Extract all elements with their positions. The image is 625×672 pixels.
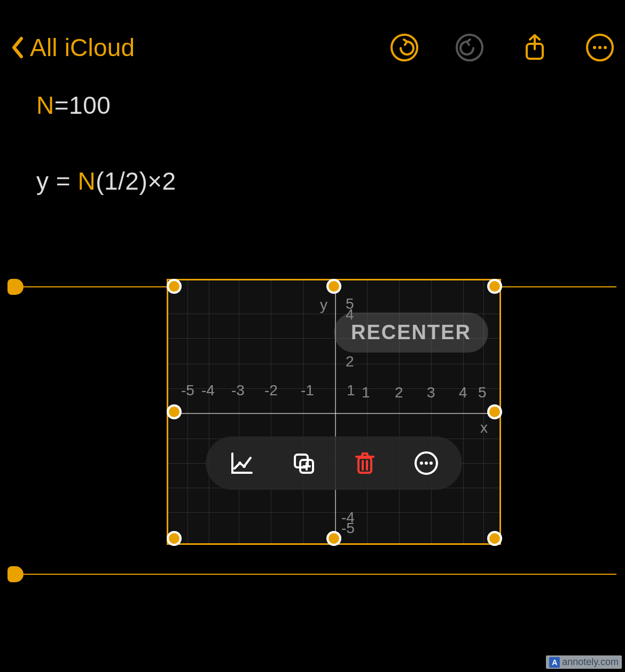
share-button[interactable] bbox=[520, 33, 549, 62]
var-N2: N bbox=[77, 167, 96, 195]
svg-point-22 bbox=[420, 462, 423, 465]
chart-icon bbox=[229, 450, 255, 476]
graph-object[interactable]: y 5 4 2 -4 -5 -5 -4 -3 -2 -1 1 1 2 3 4 5… bbox=[167, 279, 501, 545]
chevron-left-icon bbox=[11, 36, 24, 59]
var-N: N bbox=[36, 91, 54, 119]
math-line-2[interactable]: y = N(1/2)×2 bbox=[36, 167, 589, 196]
undo-button[interactable] bbox=[390, 33, 419, 62]
graph-toolbar bbox=[206, 436, 462, 490]
resize-handle-s[interactable] bbox=[326, 531, 341, 546]
selection-handle-bottom[interactable] bbox=[7, 566, 24, 582]
svg-point-24 bbox=[429, 462, 433, 465]
undo-icon bbox=[390, 33, 419, 62]
svg-point-9 bbox=[243, 465, 246, 468]
resize-handle-ne[interactable] bbox=[487, 279, 502, 294]
math-line-1[interactable]: N=100 bbox=[36, 91, 589, 120]
line2-pre: y = bbox=[36, 167, 77, 195]
svg-point-8 bbox=[238, 462, 241, 465]
recenter-button[interactable]: RECENTER bbox=[334, 312, 488, 353]
line2-post: (1/2)×2 bbox=[96, 167, 176, 195]
back-button[interactable]: All iCloud bbox=[11, 33, 135, 62]
ellipsis-circle-icon bbox=[585, 33, 614, 62]
back-label: All iCloud bbox=[30, 33, 135, 62]
selection-line-bottom[interactable] bbox=[9, 574, 616, 575]
xtick: -3 bbox=[231, 382, 245, 399]
svg-point-5 bbox=[593, 46, 596, 49]
svg-point-23 bbox=[425, 462, 428, 465]
xtick: -4 bbox=[201, 382, 215, 399]
watermark-badge: A bbox=[549, 657, 560, 668]
resize-handle-e[interactable] bbox=[487, 404, 502, 419]
x-axis bbox=[168, 413, 499, 414]
redo-button bbox=[455, 33, 484, 62]
trash-icon bbox=[352, 450, 378, 476]
xtick: 1 bbox=[347, 382, 355, 399]
xtick: 1 bbox=[362, 384, 370, 401]
recenter-label: RECENTER bbox=[351, 321, 471, 343]
copy-button[interactable] bbox=[290, 449, 317, 477]
line1-rest: =100 bbox=[54, 91, 111, 119]
y-axis bbox=[335, 280, 336, 543]
svg-point-6 bbox=[598, 46, 601, 49]
resize-handle-n[interactable] bbox=[326, 279, 341, 294]
x-axis-label: x bbox=[480, 419, 488, 436]
more-graph-button[interactable] bbox=[412, 449, 440, 477]
resize-handle-nw[interactable] bbox=[167, 279, 182, 294]
xtick: 5 bbox=[478, 384, 487, 401]
more-button[interactable] bbox=[585, 33, 614, 62]
ellipsis-circle-icon bbox=[413, 450, 439, 476]
svg-point-7 bbox=[604, 46, 607, 49]
svg-rect-14 bbox=[358, 458, 371, 473]
ytick: 2 bbox=[346, 353, 354, 370]
copy-plus-icon bbox=[291, 450, 316, 476]
redo-icon bbox=[455, 33, 484, 62]
delete-button[interactable] bbox=[351, 449, 379, 477]
resize-handle-sw[interactable] bbox=[167, 531, 182, 546]
y-axis-label: y bbox=[320, 296, 327, 314]
share-icon bbox=[520, 33, 549, 62]
watermark: A annotely.com bbox=[546, 655, 622, 669]
ytick: -5 bbox=[341, 520, 355, 537]
watermark-text: annotely.com bbox=[562, 657, 619, 668]
chart-button[interactable] bbox=[228, 449, 256, 477]
resize-handle-se[interactable] bbox=[487, 531, 502, 546]
selection-handle-top[interactable] bbox=[7, 279, 24, 295]
resize-handle-w[interactable] bbox=[167, 404, 182, 419]
